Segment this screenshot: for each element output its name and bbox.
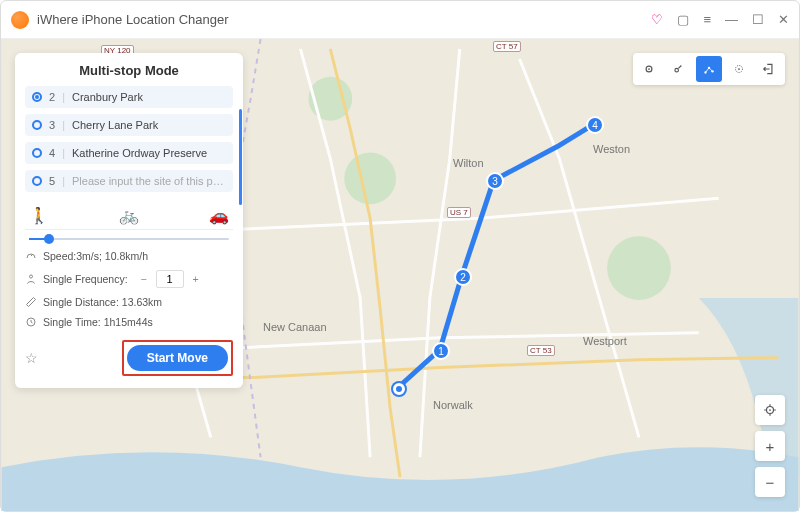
person-icon: [25, 273, 37, 285]
svg-point-16: [769, 409, 771, 411]
stop-label: Cranbury Park: [72, 91, 143, 103]
route-node-4: 4: [586, 116, 604, 134]
mode-exit-icon[interactable]: [756, 56, 782, 82]
mode-locate-icon[interactable]: [636, 56, 662, 82]
stop-number: 2: [49, 91, 55, 103]
ruler-icon: [25, 296, 37, 308]
panel-title: Multi-stop Mode: [25, 63, 233, 78]
stop-label: Katherine Ordway Preserve: [72, 147, 207, 159]
mode-toolbar: [633, 53, 785, 85]
route-node-1: 1: [432, 342, 450, 360]
stat-speed: Speed:3m/s; 10.8km/h: [25, 250, 233, 262]
multistop-panel: Multi-stop Mode 2 | Cranbury Park 3 | Ch…: [15, 53, 243, 388]
stop-row[interactable]: 2 | Cranbury Park: [25, 86, 233, 108]
stat-distance: Single Distance: 13.63km: [25, 296, 233, 308]
radio-icon[interactable]: [32, 176, 42, 186]
route-node-2: 2: [454, 268, 472, 286]
zoom-controls: + −: [755, 395, 785, 497]
route-start-node: [393, 383, 405, 395]
stat-time: Single Time: 1h15m44s: [25, 316, 233, 328]
walk-icon[interactable]: 🚶: [29, 206, 49, 225]
stop-row[interactable]: 5 | Please input the site of this path: [25, 170, 233, 192]
stops-list: 2 | Cranbury Park 3 | Cherry Lane Park 4…: [25, 86, 233, 192]
svg-point-3: [607, 236, 671, 300]
car-icon[interactable]: 🚗: [209, 206, 229, 225]
app-window: iWhere iPhone Location Changer ♡ ▢ ≡ — ☐…: [0, 0, 800, 512]
freq-minus-button[interactable]: −: [136, 271, 152, 287]
close-icon[interactable]: ✕: [778, 12, 789, 27]
window-float-icon[interactable]: ▢: [677, 12, 689, 27]
favorite-icon[interactable]: ♡: [651, 12, 663, 27]
minimize-icon[interactable]: —: [725, 12, 738, 27]
gauge-icon: [25, 250, 37, 262]
stop-placeholder: Please input the site of this path: [72, 175, 226, 187]
svg-point-14: [738, 68, 740, 70]
speed-mode-tabs: 🚶 🚲 🚗: [25, 206, 233, 230]
svg-point-2: [344, 153, 396, 205]
menu-icon[interactable]: ≡: [703, 12, 711, 27]
radio-icon[interactable]: [32, 92, 42, 102]
content-area: 1 2 3 4 Wilton Weston Westport Norwalk N…: [1, 39, 799, 511]
stop-row[interactable]: 4 | Katherine Ordway Preserve: [25, 142, 233, 164]
start-move-button[interactable]: Start Move: [127, 345, 228, 371]
route-node-3: 3: [486, 172, 504, 190]
app-logo-icon: [11, 11, 29, 29]
speed-slider[interactable]: [29, 238, 229, 240]
stop-label: Cherry Lane Park: [72, 119, 158, 131]
titlebar: iWhere iPhone Location Changer ♡ ▢ ≡ — ☐…: [1, 1, 799, 39]
svg-point-5: [30, 275, 33, 278]
clock-icon: [25, 316, 37, 328]
start-move-highlight: Start Move: [122, 340, 233, 376]
frequency-input[interactable]: [156, 270, 184, 288]
zoom-in-button[interactable]: +: [755, 431, 785, 461]
zoom-out-button[interactable]: −: [755, 467, 785, 497]
stop-row[interactable]: 3 | Cherry Lane Park: [25, 114, 233, 136]
mode-joystick-icon[interactable]: [726, 56, 752, 82]
stop-number: 3: [49, 119, 55, 131]
mode-multistop-icon[interactable]: [696, 56, 722, 82]
stat-frequency: Single Frequency: − +: [25, 270, 233, 288]
app-title: iWhere iPhone Location Changer: [37, 12, 651, 27]
recenter-button[interactable]: [755, 395, 785, 425]
radio-icon[interactable]: [32, 148, 42, 158]
mode-single-icon[interactable]: [666, 56, 692, 82]
freq-plus-button[interactable]: +: [188, 271, 204, 287]
stop-number: 5: [49, 175, 55, 187]
bike-icon[interactable]: 🚲: [119, 206, 139, 225]
favorite-star-icon[interactable]: ☆: [25, 350, 38, 366]
stops-scrollbar[interactable]: [239, 109, 242, 205]
slider-thumb-icon[interactable]: [44, 234, 54, 244]
svg-point-8: [648, 68, 650, 70]
maximize-icon[interactable]: ☐: [752, 12, 764, 27]
svg-point-9: [675, 68, 679, 72]
radio-icon[interactable]: [32, 120, 42, 130]
stop-number: 4: [49, 147, 55, 159]
